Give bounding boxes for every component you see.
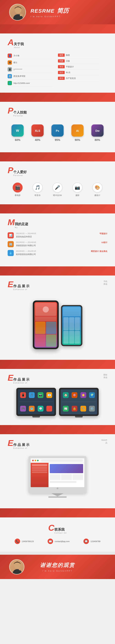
monitor-mockup bbox=[29, 453, 86, 501]
tablet-mockup-1: 📱 🎵 📷 📧 🎮 🗺️ 💬 ❤️ bbox=[16, 388, 56, 418]
portfolio1-title: 作品展示 bbox=[13, 284, 30, 288]
hobby-icon-design: 🎨 bbox=[92, 182, 102, 192]
contact-email-text: contact@qq.com bbox=[55, 540, 70, 542]
contact-red-band bbox=[0, 508, 115, 518]
portfolio3-section: Web作 品 E 作品展示 Exhibition of bbox=[0, 434, 115, 508]
hobby-movie: 🎬 看电影 bbox=[13, 182, 23, 197]
about-icon-name: 👤 bbox=[8, 54, 12, 58]
skills-title-en: Personal bbox=[13, 115, 27, 117]
portfolio2-red-band bbox=[0, 360, 115, 369]
skill-word: W 60% bbox=[12, 124, 24, 142]
skills-red-band bbox=[0, 93, 115, 102]
about-row-edu: 🎓 硕士 bbox=[8, 59, 53, 66]
exp-item-0: 📊 2013年3月 — 2014年8月 某某化妆品专营店 平面设计 bbox=[8, 232, 107, 238]
skill-percent-ai: 90% bbox=[75, 138, 80, 142]
hobbies-section: P 个人爱好 Personal 🎬 看电影 🎵 听音乐 🎤 唱卡拉OK bbox=[0, 162, 115, 204]
skills-header: P 个人技能 Personal bbox=[8, 106, 107, 117]
about-row-name: 👤 方小海 bbox=[8, 52, 53, 59]
header-red-band bbox=[0, 24, 115, 34]
about-school: 西安美术学院 bbox=[14, 75, 25, 78]
hobby-icon-music: 🎵 bbox=[33, 182, 43, 192]
portfolio3-header: E 作品展示 Exhibition of bbox=[8, 439, 107, 449]
about-tag-party: 政治 bbox=[58, 77, 65, 80]
portfolio2-title-en: Exhibition of bbox=[13, 382, 30, 384]
portfolio2-header: E 作品展示 Exhibition of bbox=[8, 374, 107, 384]
about-row-phone: 📱 1********** bbox=[8, 66, 53, 73]
contact-header: C 联系我 Contact me bbox=[8, 524, 107, 534]
svg-text:Dw: Dw bbox=[95, 129, 100, 132]
about-row-origin: 籍贯 陕西 bbox=[58, 52, 99, 58]
exp-role-0: 平面设计 bbox=[89, 232, 107, 235]
exp-icon-2: 💧 bbox=[8, 250, 14, 256]
about-name: 方小海 bbox=[14, 54, 19, 57]
tablet-mockup-2: 🏠 🎯 ⭐ 🌍 📰 🔒 🔧 ⚙️ bbox=[59, 388, 99, 418]
skill-excel: XLS 40% bbox=[31, 124, 44, 142]
hobby-label-movie: 看电影 bbox=[15, 194, 21, 197]
about-title-en: About bbox=[14, 46, 24, 48]
contact-wechat: 💬 123456789 bbox=[83, 538, 100, 544]
about-left-col: 👤 方小海 🎓 硕士 📱 1********** 🏛️ 西安美术学院 🌐 htt… bbox=[8, 52, 53, 86]
contact-wechat-icon: 💬 bbox=[83, 538, 89, 544]
skill-ai: Ai 90% bbox=[71, 124, 84, 142]
svg-text:Ai: Ai bbox=[76, 129, 79, 132]
skills-section: P 个人技能 Personal W 60% XLS 40% bbox=[0, 102, 115, 152]
exp-red-band bbox=[0, 204, 115, 214]
about-val-party: 共产党党员 bbox=[66, 77, 76, 80]
hobbies-title: 个人爱好 bbox=[13, 170, 27, 174]
contact-section-letter: C bbox=[48, 524, 54, 532]
contact-section: C 联系我 Contact me 📞 13456789123 ✉️ contac… bbox=[0, 518, 115, 552]
exp-section-letter: M bbox=[8, 218, 15, 226]
portfolio2-tag: 图标 界面 bbox=[103, 374, 107, 379]
experience-section: M 我的足迹 My 📊 2013年3月 — 2014年8月 某某化妆品专营店 平… bbox=[0, 214, 115, 266]
exp-role-1: UI设计 bbox=[89, 241, 107, 244]
footer-title: 谢谢您的观赏 I'm here GoldenPPT bbox=[40, 562, 75, 572]
header-title: RESRME 简历 I'm here GoldenPPT bbox=[31, 7, 69, 18]
exp-company-0: 某某化妆品专营店 bbox=[16, 235, 89, 238]
portfolio1-letter: E bbox=[8, 280, 13, 288]
about-row-nation: 民族 汉族 bbox=[58, 58, 99, 64]
skill-icon-word: W bbox=[12, 124, 24, 136]
contact-email-icon: ✉️ bbox=[48, 538, 53, 544]
about-val-birthday: 年/月 bbox=[66, 71, 70, 74]
exp-header: M 我的足迹 My bbox=[8, 218, 107, 228]
portfolio3-display bbox=[8, 453, 107, 501]
about-row-party: 政治 共产党党员 bbox=[58, 76, 99, 81]
portfolio3-title-en: Exhibition of bbox=[13, 447, 30, 449]
phone-mockup-main bbox=[33, 300, 59, 349]
exp-date-0: 2013年3月 — 2014年8月 bbox=[16, 232, 89, 235]
skill-icon-ps: Ps bbox=[51, 124, 64, 136]
header-avatar bbox=[9, 4, 26, 20]
exp-title: 我的足迹 bbox=[15, 222, 28, 226]
portfolio3-tag: Web作 品 bbox=[101, 439, 107, 444]
about-val-major: 平面设计 bbox=[66, 66, 74, 68]
portfolio2-section: 图标 界面 E 作品展示 Exhibition of 📱 🎵 📷 bbox=[0, 369, 115, 425]
footer-en-text: I'm here GoldenPPT bbox=[40, 570, 75, 572]
contact-email: ✉️ contact@qq.com bbox=[48, 538, 70, 544]
skill-dw: Dw 80% bbox=[91, 124, 103, 142]
svg-point-12 bbox=[14, 562, 20, 568]
exp-date-1: 2013年5月 — 2014年9月 bbox=[16, 241, 89, 244]
about-right-col: 籍贯 陕西 民族 汉族 专业 平面设计 生日 年/月 政治 共产党党员 bbox=[53, 52, 99, 86]
about-section-letter: A bbox=[8, 38, 14, 46]
skill-percent-excel: 40% bbox=[35, 138, 40, 142]
brand-cn-text: 简历 bbox=[57, 8, 69, 14]
skill-icon-excel: XLS bbox=[31, 124, 44, 136]
about-row-school: 🏛️ 西安美术学院 bbox=[8, 73, 53, 80]
about-row-birthday: 生日 年/月 bbox=[58, 70, 99, 76]
hobby-design: 🎨 摄设计 bbox=[92, 182, 102, 197]
hobbies-header: P 个人爱好 Personal bbox=[8, 166, 107, 176]
portfolio2-title: 作品展示 bbox=[13, 377, 30, 382]
contact-wechat-text: 123456789 bbox=[90, 540, 100, 542]
about-header: A 关于我 About bbox=[8, 38, 107, 48]
contact-phone-icon: 📞 bbox=[15, 538, 20, 544]
phone-mockup-secondary bbox=[61, 305, 82, 346]
hobby-label-design: 摄设计 bbox=[94, 194, 100, 197]
portfolio1-section: 手机 界面 E 作品展示 Exhibition of bbox=[0, 276, 115, 360]
about-web: http://123456.com/ bbox=[14, 82, 30, 84]
svg-text:Ps: Ps bbox=[56, 129, 59, 132]
hobby-label-karaoke: 唱卡拉OK bbox=[53, 194, 62, 197]
hobby-karaoke: 🎤 唱卡拉OK bbox=[52, 182, 62, 197]
hobbies-red-band bbox=[0, 152, 115, 162]
hobbies-section-letter: P bbox=[8, 166, 13, 174]
about-phone: 1********** bbox=[14, 68, 22, 70]
